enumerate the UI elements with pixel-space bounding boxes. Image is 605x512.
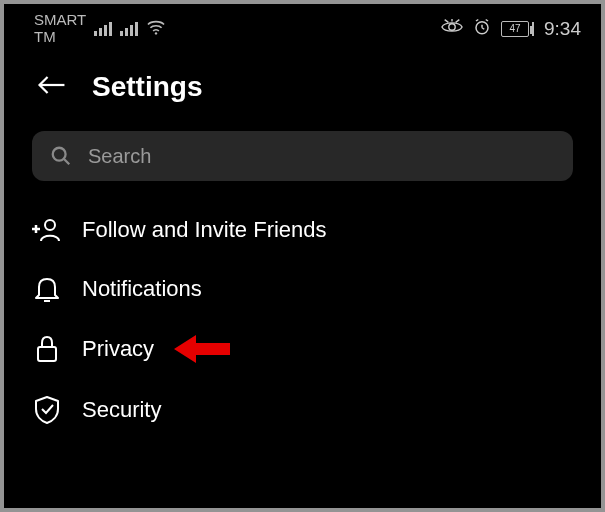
svg-point-13 (45, 220, 55, 230)
search-placeholder: Search (88, 145, 151, 168)
svg-point-11 (53, 148, 66, 161)
statusbar-right: 47 9:34 (441, 18, 581, 40)
header: Settings (4, 49, 601, 131)
menu-item-privacy[interactable]: Privacy (4, 319, 601, 379)
search-icon (50, 145, 72, 167)
menu-item-notifications[interactable]: Notifications (4, 259, 601, 319)
carrier-line2: TM (34, 29, 86, 46)
carrier-line1: SMART (34, 12, 86, 29)
svg-line-2 (445, 19, 449, 22)
status-bar: SMART TM (4, 4, 601, 49)
bell-icon (32, 275, 62, 303)
menu-label: Follow and Invite Friends (82, 217, 327, 243)
settings-menu: Follow and Invite Friends Notifications … (4, 201, 601, 441)
shield-check-icon (32, 395, 62, 425)
menu-item-follow-invite[interactable]: Follow and Invite Friends (4, 201, 601, 259)
svg-line-8 (476, 19, 478, 21)
add-person-icon (32, 217, 62, 243)
clock: 9:34 (544, 18, 581, 40)
page-title: Settings (92, 71, 202, 103)
svg-point-1 (449, 23, 455, 29)
svg-marker-18 (174, 335, 230, 363)
svg-line-4 (456, 19, 460, 22)
lock-icon (32, 335, 62, 363)
battery-level: 47 (501, 21, 529, 37)
signal-bars-icon-2 (120, 22, 138, 36)
menu-item-security[interactable]: Security (4, 379, 601, 441)
menu-label: Security (82, 397, 161, 423)
alarm-icon (473, 18, 491, 40)
svg-line-12 (64, 159, 70, 165)
app-screen: SMART TM (4, 4, 601, 508)
signal-bars-icon (94, 22, 112, 36)
svg-rect-17 (38, 347, 56, 361)
arrow-left-icon (36, 71, 68, 99)
eye-icon (441, 19, 463, 39)
search-input[interactable]: Search (32, 131, 573, 181)
svg-line-7 (482, 27, 484, 29)
annotation-arrow-icon (174, 331, 234, 367)
menu-label: Notifications (82, 276, 202, 302)
battery-icon: 47 (501, 21, 534, 37)
svg-line-9 (486, 19, 488, 21)
svg-point-0 (155, 32, 157, 34)
menu-label: Privacy (82, 336, 154, 362)
wifi-icon (146, 19, 166, 38)
carrier-label: SMART TM (34, 12, 86, 45)
back-button[interactable] (36, 71, 68, 103)
statusbar-left: SMART TM (34, 12, 166, 45)
